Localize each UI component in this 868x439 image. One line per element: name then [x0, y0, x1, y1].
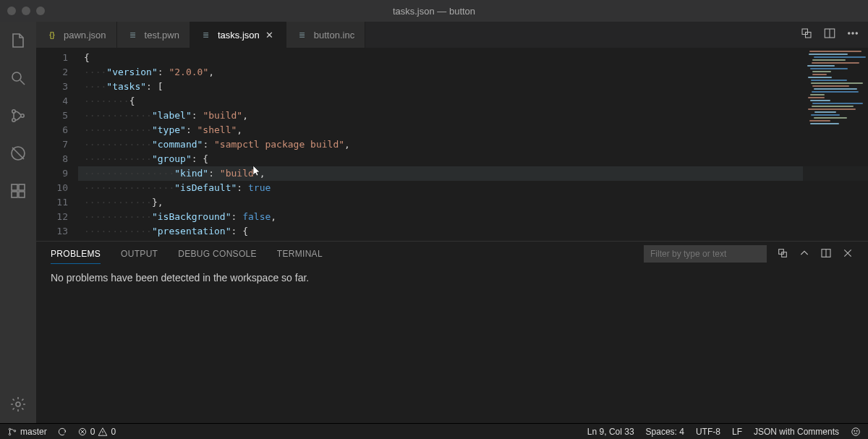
collapse-all-icon[interactable]: [777, 247, 788, 261]
code-line[interactable]: ············"isBackground": false,: [78, 210, 868, 224]
status-branch[interactable]: master: [7, 427, 47, 437]
search-icon[interactable]: [8, 68, 28, 88]
file-icon: ≣: [200, 29, 212, 41]
code-line[interactable]: ····"tasks": [: [78, 80, 868, 94]
close-tab-icon[interactable]: ✕: [265, 30, 276, 41]
svg-point-2: [12, 119, 15, 122]
svg-point-25: [856, 430, 857, 431]
code-line[interactable]: ············"label": "build",: [78, 108, 868, 123]
panel-chevron-up-icon[interactable]: [799, 247, 810, 261]
code-line[interactable]: ················"isDefault": true: [78, 181, 868, 195]
split-editor-icon[interactable]: [823, 27, 836, 43]
debug-icon[interactable]: [8, 143, 28, 163]
code-line[interactable]: ············},: [78, 195, 868, 210]
code-line[interactable]: ············"group": {: [78, 152, 868, 166]
minimap[interactable]: [803, 48, 868, 241]
line-gutter: 1234567891011121314: [36, 48, 78, 241]
panel-toggle-icon[interactable]: [820, 247, 832, 261]
svg-point-15: [856, 33, 857, 34]
settings-gear-icon[interactable]: [8, 394, 28, 414]
code-line[interactable]: {: [78, 51, 868, 65]
svg-point-3: [21, 114, 24, 117]
title-bar: tasks.json — button: [0, 0, 868, 22]
status-sync[interactable]: [57, 427, 67, 437]
svg-point-24: [854, 430, 855, 431]
editor-tab-tasks-json[interactable]: ≣tasks.json✕: [190, 22, 286, 48]
problems-message: No problems have been detected in the wo…: [36, 266, 868, 289]
editor-tab-button-inc[interactable]: ≣button.inc: [286, 22, 365, 48]
svg-point-20: [9, 433, 10, 435]
svg-rect-8: [19, 192, 25, 197]
code-line[interactable]: ················"reveal": "silent",: [78, 239, 868, 241]
status-indent[interactable]: Spaces: 4: [646, 427, 684, 437]
code-editor[interactable]: 1234567891011121314 {····"version": "2.0…: [36, 48, 868, 241]
activity-bar: [0, 22, 36, 423]
status-bar: master 0 0 Ln 9, Col 33 Spaces: 4 UTF-8 …: [0, 423, 868, 439]
svg-rect-5: [12, 184, 17, 190]
zoom-window-icon[interactable]: [36, 7, 45, 15]
svg-point-13: [848, 33, 850, 34]
status-problems[interactable]: 0 0: [77, 427, 116, 437]
svg-point-14: [852, 33, 854, 34]
more-actions-icon[interactable]: [846, 27, 859, 43]
panel-tabs: PROBLEMSOUTPUTDEBUG CONSOLETERMINAL: [36, 242, 868, 266]
panel-tab-output[interactable]: OUTPUT: [121, 249, 158, 259]
svg-point-21: [14, 430, 15, 431]
svg-rect-10: [802, 29, 808, 35]
code-line[interactable]: ················"kind": "build",: [78, 166, 868, 181]
file-icon: {}: [46, 29, 58, 41]
window-title: tasks.json — button: [393, 6, 475, 17]
svg-point-19: [9, 428, 10, 430]
svg-point-0: [12, 72, 21, 81]
svg-rect-16: [779, 249, 784, 254]
panel-close-icon[interactable]: [842, 247, 854, 261]
scm-icon[interactable]: [8, 106, 28, 126]
svg-point-9: [16, 402, 20, 406]
tab-label: test.pwn: [145, 30, 179, 41]
status-cursor[interactable]: Ln 9, Col 33: [587, 427, 634, 437]
panel-tab-problems[interactable]: PROBLEMS: [51, 249, 101, 264]
minimize-window-icon[interactable]: [22, 7, 30, 15]
file-icon: ≣: [297, 29, 308, 41]
editor-tab-test-pwn[interactable]: ≣test.pwn: [117, 22, 190, 48]
editor-tab-pawn-json[interactable]: {}pawn.json: [36, 22, 117, 48]
code-line[interactable]: ············"command": "sampctl package …: [78, 137, 868, 152]
close-window-icon[interactable]: [7, 7, 16, 15]
editor-tabs: {}pawn.json≣test.pwn≣tasks.json✕≣button.…: [36, 22, 868, 48]
panel-tab-terminal[interactable]: TERMINAL: [277, 249, 323, 259]
status-feedback-icon[interactable]: [851, 427, 861, 437]
code-line[interactable]: ········{: [78, 94, 868, 108]
status-encoding[interactable]: UTF-8: [696, 427, 720, 437]
file-icon: ≣: [127, 29, 139, 41]
compare-icon[interactable]: [800, 27, 813, 43]
status-eol[interactable]: LF: [732, 427, 742, 437]
tab-label: button.inc: [314, 30, 354, 41]
panel-tab-debug-console[interactable]: DEBUG CONSOLE: [178, 249, 257, 259]
svg-point-1: [12, 110, 15, 113]
window-controls: [7, 7, 45, 15]
tab-label: tasks.json: [218, 30, 260, 41]
status-language[interactable]: JSON with Comments: [754, 427, 839, 437]
code-line[interactable]: ············"type": "shell",: [78, 123, 868, 137]
svg-point-23: [852, 427, 860, 435]
code-line[interactable]: ············"presentation": {: [78, 224, 868, 239]
svg-rect-11: [806, 33, 812, 38]
svg-rect-6: [19, 184, 25, 190]
tab-label: pawn.json: [64, 30, 106, 41]
svg-rect-7: [12, 192, 17, 197]
code-line[interactable]: ····"version": "2.0.0",: [78, 65, 868, 80]
svg-rect-17: [782, 252, 787, 257]
problems-filter-input[interactable]: [644, 245, 767, 263]
extensions-icon[interactable]: [8, 181, 28, 201]
explorer-icon[interactable]: [8, 30, 28, 51]
bottom-panel: PROBLEMSOUTPUTDEBUG CONSOLETERMINAL No p…: [36, 241, 868, 423]
